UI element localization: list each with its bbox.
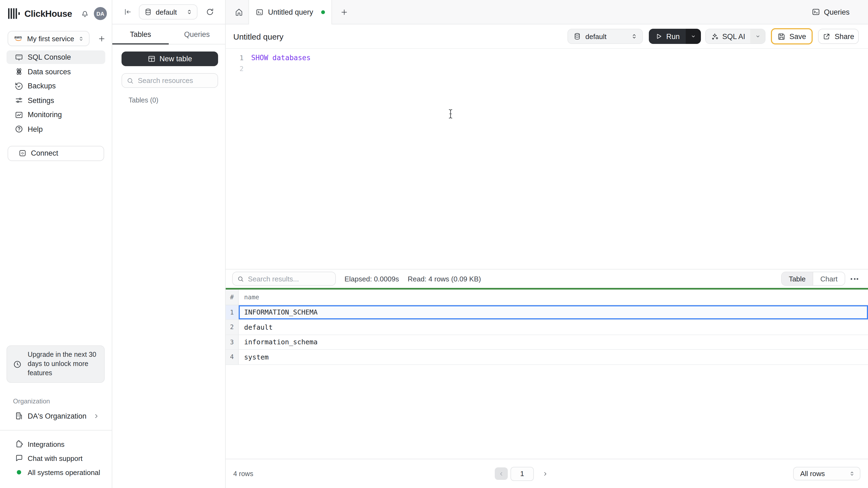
search-resources-input[interactable]	[138, 76, 213, 85]
queries-button[interactable]: Queries	[811, 0, 849, 24]
system-status-link[interactable]: All systems operational	[6, 466, 105, 479]
sql-ai-options-button[interactable]	[750, 29, 765, 43]
database-selector[interactable]: default	[139, 4, 197, 20]
view-chart-button[interactable]: Chart	[813, 272, 845, 285]
table-row[interactable]: 3 information_schema	[226, 335, 868, 350]
brand-title: ClickHouse	[24, 8, 72, 19]
upgrade-notice[interactable]: Upgrade in the next 30 days to unlock mo…	[6, 346, 105, 383]
chevron-right-icon	[93, 412, 100, 419]
service-selector[interactable]: aws My first service	[8, 31, 90, 46]
sidebar-item-help[interactable]: Help	[6, 122, 105, 136]
sidebar-item-sql-console[interactable]: SQL Console	[6, 51, 105, 64]
bell-icon	[80, 9, 90, 18]
sidebar-item-settings[interactable]: Settings	[6, 94, 105, 107]
chevron-updown-icon	[848, 470, 856, 477]
notifications-button[interactable]	[79, 8, 91, 19]
clickhouse-logo-icon	[8, 8, 21, 19]
page-size-selector[interactable]: All rows	[793, 467, 860, 480]
previous-page-button[interactable]	[495, 467, 508, 480]
nav-label: Monitoring	[28, 110, 62, 119]
sql-ai-button-group: SQL AI	[705, 29, 766, 44]
row-value[interactable]: default	[239, 320, 868, 335]
building-icon	[14, 412, 23, 420]
name-column-header[interactable]: name	[239, 289, 868, 305]
tab-tables[interactable]: Tables	[112, 24, 169, 44]
sidebar-item-data-sources[interactable]: Data sources	[6, 65, 105, 78]
query-title: Untitled query	[233, 32, 567, 41]
nav-label: Backups	[28, 82, 56, 90]
sql-ai-button[interactable]: SQL AI	[706, 29, 750, 43]
user-avatar[interactable]: DA	[94, 7, 107, 20]
upgrade-text: Upgrade in the next 30 days to unlock mo…	[28, 350, 100, 378]
nav-label: Help	[28, 125, 43, 133]
results-toolbar: Elapsed: 0.0009s Read: 4 rows (0.09 KB) …	[226, 269, 868, 288]
next-page-button[interactable]	[540, 469, 550, 479]
table-row[interactable]: 2 default	[226, 320, 868, 335]
table-row[interactable]: 4 system	[226, 350, 868, 365]
results-search	[232, 272, 336, 286]
resource-search	[122, 73, 218, 88]
integrations-label: Integrations	[28, 440, 65, 448]
sql-editor[interactable]: 1 SHOW databases 2	[226, 49, 868, 269]
query-tab-active[interactable]: Untitled query	[248, 0, 332, 24]
nav-label: SQL Console	[28, 53, 71, 61]
grid-header-row: # name	[226, 289, 868, 305]
sidebar-item-backups[interactable]: Backups	[6, 79, 105, 93]
sidebar: ClickHouse DA aws My first service	[0, 0, 112, 488]
run-button-group: Run	[649, 29, 701, 44]
view-table-button[interactable]: Table	[782, 272, 813, 285]
search-results-input[interactable]	[248, 274, 331, 283]
table-grid-icon	[148, 55, 156, 63]
database-icon	[574, 33, 581, 40]
run-options-button[interactable]	[686, 29, 701, 44]
row-index: 1	[226, 305, 239, 320]
organization-section: Organization DA's Organization	[0, 397, 112, 422]
row-value[interactable]: INFORMATION_SCHEMA	[239, 305, 868, 320]
queries-button-label: Queries	[824, 8, 849, 16]
brand-row: ClickHouse DA	[0, 0, 112, 20]
results-view-toggle: Table Chart	[781, 272, 845, 286]
results-grid: # name 1 INFORMATION_SCHEMA 2 default 3 …	[226, 289, 868, 365]
connect-button[interactable]: Connect	[8, 145, 104, 161]
current-page[interactable]: 1	[510, 466, 534, 481]
organization-section-label: Organization	[13, 397, 112, 405]
line-number: 2	[226, 65, 244, 73]
explorer-panel: default Tables Queries New table Tables …	[112, 0, 226, 488]
table-row[interactable]: 1 INFORMATION_SCHEMA	[226, 305, 868, 320]
tab-queries[interactable]: Queries	[169, 24, 225, 44]
row-value[interactable]: system	[239, 350, 868, 365]
explorer-toolbar: default	[112, 0, 225, 24]
integrations-link[interactable]: Integrations	[6, 437, 105, 451]
query-tab-title: Untitled query	[268, 8, 321, 16]
chevron-updown-icon	[186, 8, 193, 16]
add-service-button[interactable]	[96, 33, 107, 44]
query-database-selector[interactable]: default	[567, 29, 643, 44]
presentation-screen-icon	[14, 53, 23, 62]
sidebar-item-monitoring[interactable]: Monitoring	[6, 108, 105, 122]
tables-count-label: Tables (0)	[129, 97, 225, 104]
chat-with-support-link[interactable]: Chat with support	[6, 452, 105, 465]
new-tab-button[interactable]	[337, 5, 350, 19]
save-button[interactable]: Save	[771, 28, 813, 44]
run-button[interactable]: Run	[649, 29, 686, 44]
explorer-tabs: Tables Queries	[112, 24, 225, 44]
more-options-button[interactable]	[849, 276, 859, 282]
unsaved-indicator	[321, 10, 325, 14]
line-number: 1	[226, 54, 244, 62]
elapsed-stat: Elapsed: 0.0009s	[344, 274, 399, 283]
collapse-panel-button[interactable]	[122, 6, 133, 18]
organization-item[interactable]: DA's Organization	[6, 410, 105, 422]
atom-icon	[14, 67, 23, 76]
database-selector-value: default	[156, 8, 186, 16]
nav-label: Settings	[28, 96, 54, 104]
home-button[interactable]	[232, 5, 245, 19]
chat-label: Chat with support	[28, 454, 83, 462]
share-button[interactable]: Share	[818, 29, 859, 44]
refresh-button[interactable]	[205, 6, 215, 18]
query-database-value: default	[585, 32, 630, 40]
collapse-left-icon	[123, 8, 132, 16]
row-value[interactable]: information_schema	[239, 335, 868, 350]
share-external-icon	[823, 32, 831, 40]
new-table-button[interactable]: New table	[122, 52, 218, 66]
sidebar-nav: SQL Console Data sources Backups Setting…	[6, 51, 105, 136]
